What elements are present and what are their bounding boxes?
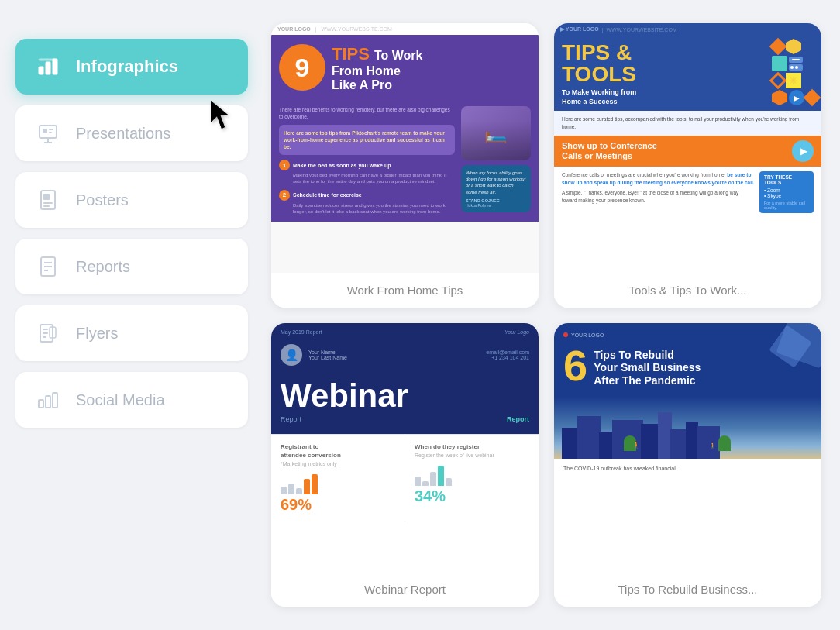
- svg-rect-3: [46, 62, 50, 74]
- tools-try-box: TRY THESE TOOLS • Zoom • Skype For a mor…: [759, 171, 814, 213]
- stat2-sublabel: Register the week of live webinar: [415, 453, 529, 458]
- webinar-email: email@email.com: [486, 349, 529, 355]
- stat1-label: Registrant toattendee conversion: [281, 442, 395, 460]
- card-preview-rebuild: YOUR LOGO 6 Tips To RebuildYour Small Bu…: [554, 323, 821, 573]
- webinar-header: May 2019 Report Your Logo: [271, 323, 539, 341]
- svg-rect-25: [39, 400, 43, 408]
- main-content: YOUR LOGO | WWW.YOURWEBSITE.COM 9 TIPS T…: [263, 0, 840, 630]
- sidebar-item-label-infographics: Infographics: [76, 57, 178, 77]
- webinar-report-label: Report: [281, 415, 301, 423]
- rebuild-body: The COVID-19 outbreak has wreaked financ…: [554, 459, 821, 480]
- flyer-icon: [34, 319, 62, 347]
- webinar-bar-chart2: [415, 464, 529, 486]
- cursor-arrow: [211, 101, 234, 129]
- wfh-intro: There are real benefits to working remot…: [279, 106, 455, 120]
- tools-orange-bar-text: Show up to ConferenceCalls or Meetings: [562, 141, 657, 161]
- svg-rect-14: [43, 202, 53, 204]
- webinar-date: May 2019 Report: [281, 329, 322, 335]
- sidebar-item-label-flyers: Flyers: [76, 325, 118, 343]
- social-icon: [34, 386, 62, 414]
- wfh-quote-box: When my focus ability goes down I go for…: [461, 165, 531, 213]
- tools-orange-bar: Show up to ConferenceCalls or Meetings ▶: [554, 136, 821, 167]
- wfh-body: There are real benefits to working remot…: [271, 100, 539, 222]
- tools-shapes: ✳ ▶: [772, 39, 818, 105]
- sidebar-item-flyers[interactable]: Flyers: [15, 305, 248, 361]
- presentation-icon: [34, 119, 62, 147]
- card-preview-tools: ▶ YOUR LOGO | WWW.YOURWEBSITE.COM TIPS &…: [554, 23, 821, 273]
- sidebar-item-posters[interactable]: Posters: [15, 172, 248, 228]
- rebuild-logo-dot: [563, 332, 568, 337]
- webinar-bar-chart: [281, 473, 395, 494]
- svg-rect-10: [49, 129, 53, 130]
- tools-conference-body: Conference calls or meetings are crucial…: [554, 167, 821, 218]
- card-title-tools: Tools & Tips To Work...: [554, 273, 821, 308]
- section2-body: Daily exercise reduces stress and gives …: [293, 202, 455, 215]
- svg-rect-13: [43, 194, 50, 200]
- card-rebuild[interactable]: YOUR LOGO 6 Tips To RebuildYour Small Bu…: [554, 323, 821, 608]
- tools-logo-bar: ▶ YOUR LOGO | WWW.YOURWEBSITE.COM: [554, 23, 821, 36]
- card-title-rebuild: Tips To Rebuild Business...: [554, 572, 821, 607]
- webinar-name-line2: Your Last Name: [308, 355, 347, 360]
- wfh-number: 9: [279, 44, 325, 91]
- rebuild-logo-text: YOUR LOGO: [571, 332, 604, 338]
- section2-title: Schedule time for exercise: [293, 192, 362, 198]
- svg-rect-22: [43, 329, 48, 330]
- sidebar-item-social-media[interactable]: Social Media: [15, 372, 248, 428]
- webinar-person-row: 👤 Your Name Your Last Name email@email.c…: [271, 341, 539, 372]
- rebuild-desc: The COVID-19 outbreak has wreaked financ…: [563, 465, 812, 473]
- svg-rect-5: [39, 59, 56, 60]
- wfh-section2: 2 Schedule time for exercise Daily exerc…: [279, 190, 455, 215]
- webinar-big-title: Webinar: [281, 380, 529, 412]
- card-preview-wfh: YOUR LOGO | WWW.YOURWEBSITE.COM 9 TIPS T…: [271, 23, 539, 273]
- sidebar-item-reports[interactable]: Reports: [15, 239, 248, 294]
- stat1-sublabel: *Marketing metrics only: [281, 461, 395, 466]
- svg-rect-23: [43, 332, 48, 334]
- webinar-name-line1: Your Name: [308, 349, 347, 355]
- wfh-tip-text: Here are some top tips from Piktochart's…: [284, 129, 450, 150]
- rebuild-city: 🚶 🚶: [554, 397, 821, 459]
- webinar-stat2: When do they register Register the week …: [405, 435, 539, 522]
- wfh-photo: 🛏️: [461, 106, 531, 160]
- bar-chart-icon: [34, 53, 62, 81]
- webinar-stats: Registrant toattendee conversion *Market…: [271, 435, 539, 522]
- card-webinar[interactable]: May 2019 Report Your Logo 👤 Your Name Yo…: [271, 323, 539, 608]
- card-title-webinar: Webinar Report: [271, 572, 539, 607]
- wfh-website: WWW.YOURWEBSITE.COM: [322, 26, 392, 32]
- wfh-logo-text: YOUR LOGO: [277, 26, 311, 32]
- wfh-tips-label: TIPS: [332, 44, 370, 64]
- card-work-from-home[interactable]: YOUR LOGO | WWW.YOURWEBSITE.COM 9 TIPS T…: [271, 23, 539, 308]
- rebuild-logo-row: YOUR LOGO: [563, 332, 812, 338]
- wfh-header: 9 TIPS To Work From Home Like A Pro: [271, 35, 539, 100]
- sidebar-item-label-social-media: Social Media: [76, 391, 165, 409]
- wfh-section1: 1 Make the bed as soon as you wake up Ma…: [279, 160, 455, 185]
- card-tools-tips[interactable]: ▶ YOUR LOGO | WWW.YOURWEBSITE.COM TIPS &…: [554, 23, 821, 308]
- webinar-stat1: Registrant toattendee conversion *Market…: [271, 435, 405, 522]
- svg-rect-26: [46, 396, 50, 408]
- svg-marker-1: [211, 101, 228, 129]
- svg-rect-24: [43, 336, 46, 338]
- tools-body-desc: Here are some curated tips, accompanied …: [554, 111, 821, 136]
- webinar-main: Webinar Report Report: [271, 372, 539, 434]
- webinar-logo: Your Logo: [504, 329, 529, 335]
- wfh-logo-bar: YOUR LOGO | WWW.YOURWEBSITE.COM: [271, 23, 539, 35]
- stat2-label: When do they register: [415, 442, 529, 451]
- wfh-headline: From Home: [332, 64, 422, 78]
- report-icon: [34, 253, 62, 281]
- section1-title: Make the bed as soon as you wake up: [293, 163, 391, 168]
- sidebar-item-label-posters: Posters: [76, 191, 129, 209]
- svg-rect-9: [43, 129, 47, 133]
- card-preview-webinar: May 2019 Report Your Logo 👤 Your Name Yo…: [271, 323, 539, 573]
- sidebar-item-infographics[interactable]: Infographics: [15, 39, 248, 95]
- poster-icon: [34, 186, 62, 214]
- tools-play-button: ▶: [792, 140, 814, 162]
- svg-rect-15: [43, 205, 50, 207]
- svg-rect-6: [40, 126, 57, 138]
- svg-rect-2: [39, 67, 43, 74]
- webinar-phone: +1 234 104 201: [486, 355, 529, 360]
- tools-header: TIPS & TOOLS To Make Working fromHome a …: [554, 36, 821, 111]
- svg-rect-27: [53, 393, 57, 408]
- wfh-like-a-pro: Like A Pro: [332, 78, 422, 92]
- sidebar-item-label-reports: Reports: [76, 258, 130, 276]
- stat1-percent: 69%: [281, 496, 395, 514]
- svg-rect-4: [53, 59, 57, 74]
